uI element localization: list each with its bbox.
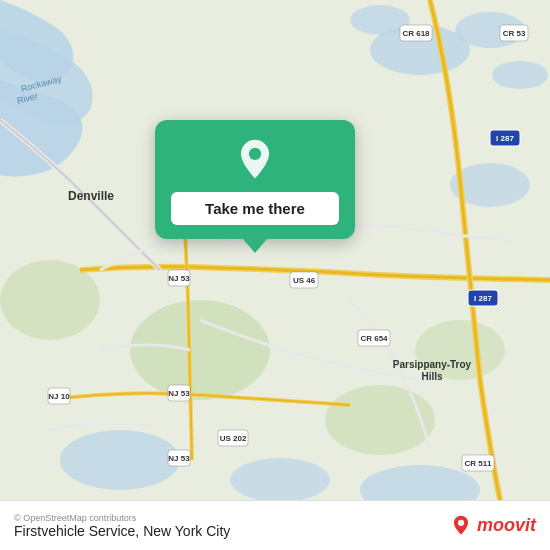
svg-text:NJ 53: NJ 53 <box>168 389 190 398</box>
svg-point-7 <box>230 458 330 500</box>
bottom-left-info: © OpenStreetMap contributors Firstvehicl… <box>14 513 230 539</box>
svg-text:NJ 53: NJ 53 <box>168 274 190 283</box>
svg-text:CR 511: CR 511 <box>464 459 492 468</box>
svg-text:US 46: US 46 <box>293 276 316 285</box>
location-pin-icon <box>233 138 277 182</box>
map-background: NJ 53 NJ 53 NJ 53 NJ 10 US 46 US 202 I 2… <box>0 0 550 500</box>
svg-point-9 <box>130 300 270 400</box>
take-me-there-button[interactable]: Take me there <box>171 192 339 225</box>
svg-text:NJ 53: NJ 53 <box>168 454 190 463</box>
svg-point-43 <box>249 148 261 160</box>
moovit-pin-icon <box>450 515 472 537</box>
popup-card: Take me there <box>155 120 355 239</box>
map-container: NJ 53 NJ 53 NJ 53 NJ 10 US 46 US 202 I 2… <box>0 0 550 500</box>
svg-text:Hills: Hills <box>421 371 443 382</box>
svg-text:I 287: I 287 <box>496 134 514 143</box>
svg-text:CR 618: CR 618 <box>402 29 430 38</box>
moovit-brand-name: moovit <box>477 515 536 536</box>
svg-point-44 <box>458 519 464 525</box>
svg-text:CR 654: CR 654 <box>360 334 388 343</box>
svg-text:US 202: US 202 <box>220 434 247 443</box>
osm-credit: © OpenStreetMap contributors <box>14 513 230 523</box>
bottom-bar: © OpenStreetMap contributors Firstvehicl… <box>0 500 550 550</box>
svg-point-11 <box>325 385 435 455</box>
svg-text:I 287: I 287 <box>474 294 492 303</box>
svg-text:NJ 10: NJ 10 <box>48 392 70 401</box>
svg-text:Denville: Denville <box>68 189 114 203</box>
svg-point-6 <box>60 430 180 490</box>
svg-point-4 <box>492 61 548 89</box>
location-label: Firstvehicle Service, New York City <box>14 523 230 539</box>
svg-text:Parsippany-Troy: Parsippany-Troy <box>393 359 472 370</box>
moovit-logo: moovit <box>450 515 536 537</box>
svg-text:CR 53: CR 53 <box>503 29 526 38</box>
